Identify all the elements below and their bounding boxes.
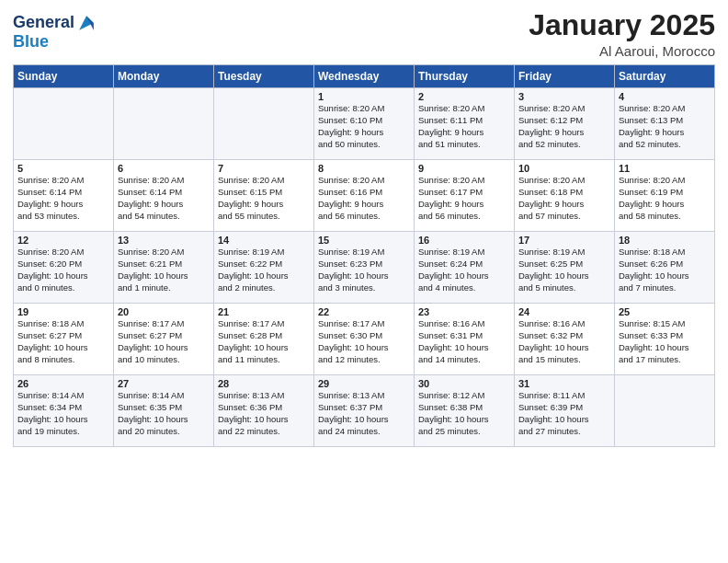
calendar-week-row: 26Sunrise: 8:14 AM Sunset: 6:34 PM Dayli… bbox=[14, 375, 715, 447]
calendar-cell: 14Sunrise: 8:19 AM Sunset: 6:22 PM Dayli… bbox=[214, 232, 314, 304]
day-number: 11 bbox=[619, 163, 711, 174]
day-number: 10 bbox=[518, 163, 610, 174]
day-info: Sunrise: 8:20 AM Sunset: 6:16 PM Dayligh… bbox=[318, 175, 410, 222]
weekday-header-monday: Monday bbox=[114, 65, 214, 88]
calendar-cell: 3Sunrise: 8:20 AM Sunset: 6:12 PM Daylig… bbox=[515, 88, 615, 160]
calendar-week-row: 1Sunrise: 8:20 AM Sunset: 6:10 PM Daylig… bbox=[14, 88, 715, 160]
calendar-cell: 4Sunrise: 8:20 AM Sunset: 6:13 PM Daylig… bbox=[615, 88, 715, 160]
calendar-cell: 22Sunrise: 8:17 AM Sunset: 6:30 PM Dayli… bbox=[314, 304, 415, 375]
calendar-week-row: 19Sunrise: 8:18 AM Sunset: 6:27 PM Dayli… bbox=[14, 304, 715, 375]
day-info: Sunrise: 8:19 AM Sunset: 6:25 PM Dayligh… bbox=[518, 247, 610, 293]
calendar-cell: 23Sunrise: 8:16 AM Sunset: 6:31 PM Dayli… bbox=[415, 304, 515, 375]
calendar-cell: 16Sunrise: 8:19 AM Sunset: 6:24 PM Dayli… bbox=[415, 232, 515, 304]
calendar-cell: 10Sunrise: 8:20 AM Sunset: 6:18 PM Dayli… bbox=[515, 160, 615, 232]
day-number: 30 bbox=[418, 378, 510, 389]
calendar-cell: 27Sunrise: 8:14 AM Sunset: 6:35 PM Dayli… bbox=[114, 375, 214, 447]
calendar-cell: 11Sunrise: 8:20 AM Sunset: 6:19 PM Dayli… bbox=[615, 160, 715, 232]
day-info: Sunrise: 8:20 AM Sunset: 6:19 PM Dayligh… bbox=[619, 175, 711, 222]
day-info: Sunrise: 8:13 AM Sunset: 6:37 PM Dayligh… bbox=[318, 390, 410, 437]
calendar-cell: 6Sunrise: 8:20 AM Sunset: 6:14 PM Daylig… bbox=[114, 160, 214, 232]
calendar-week-row: 5Sunrise: 8:20 AM Sunset: 6:14 PM Daylig… bbox=[14, 160, 715, 232]
day-number: 9 bbox=[418, 163, 510, 174]
day-number: 26 bbox=[17, 378, 109, 389]
day-number: 2 bbox=[418, 91, 510, 102]
calendar-cell: 12Sunrise: 8:20 AM Sunset: 6:20 PM Dayli… bbox=[14, 232, 114, 304]
day-info: Sunrise: 8:20 AM Sunset: 6:10 PM Dayligh… bbox=[318, 103, 410, 150]
weekday-header-saturday: Saturday bbox=[615, 65, 715, 88]
day-info: Sunrise: 8:20 AM Sunset: 6:20 PM Dayligh… bbox=[17, 247, 109, 293]
calendar-cell bbox=[214, 88, 314, 160]
day-info: Sunrise: 8:13 AM Sunset: 6:36 PM Dayligh… bbox=[218, 390, 310, 437]
day-number: 5 bbox=[17, 163, 109, 174]
calendar-cell: 15Sunrise: 8:19 AM Sunset: 6:23 PM Dayli… bbox=[314, 232, 415, 304]
day-number: 15 bbox=[318, 235, 410, 246]
logo: General Blue bbox=[13, 13, 97, 52]
calendar-cell bbox=[114, 88, 214, 160]
day-info: Sunrise: 8:20 AM Sunset: 6:11 PM Dayligh… bbox=[418, 103, 510, 150]
calendar-cell: 25Sunrise: 8:15 AM Sunset: 6:33 PM Dayli… bbox=[615, 304, 715, 375]
weekday-header-sunday: Sunday bbox=[14, 65, 114, 88]
day-number: 24 bbox=[518, 306, 610, 317]
day-info: Sunrise: 8:20 AM Sunset: 6:21 PM Dayligh… bbox=[118, 247, 210, 293]
calendar-cell: 13Sunrise: 8:20 AM Sunset: 6:21 PM Dayli… bbox=[114, 232, 214, 304]
day-info: Sunrise: 8:16 AM Sunset: 6:32 PM Dayligh… bbox=[518, 318, 610, 365]
day-info: Sunrise: 8:19 AM Sunset: 6:22 PM Dayligh… bbox=[218, 247, 310, 293]
day-info: Sunrise: 8:20 AM Sunset: 6:14 PM Dayligh… bbox=[17, 175, 109, 222]
calendar-cell: 2Sunrise: 8:20 AM Sunset: 6:11 PM Daylig… bbox=[415, 88, 515, 160]
title-block: January 2025 Al Aaroui, Morocco bbox=[529, 9, 715, 59]
day-info: Sunrise: 8:20 AM Sunset: 6:17 PM Dayligh… bbox=[418, 175, 510, 222]
day-number: 28 bbox=[218, 378, 310, 389]
weekday-header-thursday: Thursday bbox=[415, 65, 515, 88]
day-info: Sunrise: 8:18 AM Sunset: 6:26 PM Dayligh… bbox=[619, 247, 711, 293]
calendar-cell: 8Sunrise: 8:20 AM Sunset: 6:16 PM Daylig… bbox=[314, 160, 415, 232]
page-container: General Blue January 2025 Al Aaroui, Mor… bbox=[0, 0, 728, 456]
calendar-table: SundayMondayTuesdayWednesdayThursdayFrid… bbox=[13, 64, 715, 447]
day-info: Sunrise: 8:15 AM Sunset: 6:33 PM Dayligh… bbox=[619, 318, 711, 365]
calendar-cell: 7Sunrise: 8:20 AM Sunset: 6:15 PM Daylig… bbox=[214, 160, 314, 232]
logo-text: General bbox=[13, 14, 74, 32]
day-info: Sunrise: 8:20 AM Sunset: 6:12 PM Dayligh… bbox=[518, 103, 610, 150]
calendar-cell bbox=[14, 88, 114, 160]
day-number: 7 bbox=[218, 163, 310, 174]
day-info: Sunrise: 8:20 AM Sunset: 6:13 PM Dayligh… bbox=[619, 103, 711, 150]
day-number: 25 bbox=[619, 306, 711, 317]
day-number: 17 bbox=[518, 235, 610, 246]
calendar-cell: 26Sunrise: 8:14 AM Sunset: 6:34 PM Dayli… bbox=[14, 375, 114, 447]
day-number: 23 bbox=[418, 306, 510, 317]
logo-blue-text: Blue bbox=[13, 33, 49, 52]
day-info: Sunrise: 8:11 AM Sunset: 6:39 PM Dayligh… bbox=[518, 390, 610, 437]
day-number: 16 bbox=[418, 235, 510, 246]
day-info: Sunrise: 8:14 AM Sunset: 6:35 PM Dayligh… bbox=[118, 390, 210, 437]
calendar-cell: 29Sunrise: 8:13 AM Sunset: 6:37 PM Dayli… bbox=[314, 375, 415, 447]
header: General Blue January 2025 Al Aaroui, Mor… bbox=[13, 9, 715, 59]
day-info: Sunrise: 8:16 AM Sunset: 6:31 PM Dayligh… bbox=[418, 318, 510, 365]
calendar-cell bbox=[615, 375, 715, 447]
calendar-cell: 24Sunrise: 8:16 AM Sunset: 6:32 PM Dayli… bbox=[515, 304, 615, 375]
calendar-cell: 18Sunrise: 8:18 AM Sunset: 6:26 PM Dayli… bbox=[615, 232, 715, 304]
day-number: 18 bbox=[619, 235, 711, 246]
calendar-title: January 2025 bbox=[529, 9, 715, 41]
day-number: 29 bbox=[318, 378, 410, 389]
day-number: 8 bbox=[318, 163, 410, 174]
weekday-header-wednesday: Wednesday bbox=[314, 65, 415, 88]
day-info: Sunrise: 8:12 AM Sunset: 6:38 PM Dayligh… bbox=[418, 390, 510, 437]
weekday-header-row: SundayMondayTuesdayWednesdayThursdayFrid… bbox=[14, 65, 715, 88]
day-info: Sunrise: 8:14 AM Sunset: 6:34 PM Dayligh… bbox=[17, 390, 109, 437]
calendar-week-row: 12Sunrise: 8:20 AM Sunset: 6:20 PM Dayli… bbox=[14, 232, 715, 304]
calendar-cell: 21Sunrise: 8:17 AM Sunset: 6:28 PM Dayli… bbox=[214, 304, 314, 375]
day-number: 1 bbox=[318, 91, 410, 102]
day-info: Sunrise: 8:17 AM Sunset: 6:30 PM Dayligh… bbox=[318, 318, 410, 365]
day-number: 19 bbox=[17, 306, 109, 317]
weekday-header-tuesday: Tuesday bbox=[214, 65, 314, 88]
calendar-cell: 1Sunrise: 8:20 AM Sunset: 6:10 PM Daylig… bbox=[314, 88, 415, 160]
calendar-cell: 30Sunrise: 8:12 AM Sunset: 6:38 PM Dayli… bbox=[415, 375, 515, 447]
day-info: Sunrise: 8:17 AM Sunset: 6:27 PM Dayligh… bbox=[118, 318, 210, 365]
day-number: 31 bbox=[518, 378, 610, 389]
day-info: Sunrise: 8:18 AM Sunset: 6:27 PM Dayligh… bbox=[17, 318, 109, 365]
calendar-cell: 19Sunrise: 8:18 AM Sunset: 6:27 PM Dayli… bbox=[14, 304, 114, 375]
day-number: 20 bbox=[118, 306, 210, 317]
day-number: 4 bbox=[619, 91, 711, 102]
calendar-cell: 5Sunrise: 8:20 AM Sunset: 6:14 PM Daylig… bbox=[14, 160, 114, 232]
calendar-cell: 31Sunrise: 8:11 AM Sunset: 6:39 PM Dayli… bbox=[515, 375, 615, 447]
calendar-cell: 17Sunrise: 8:19 AM Sunset: 6:25 PM Dayli… bbox=[515, 232, 615, 304]
